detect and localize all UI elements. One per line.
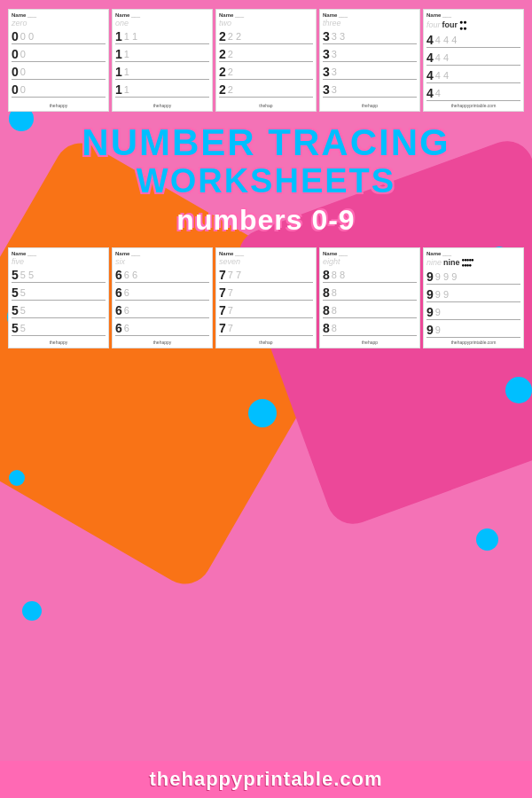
title-section: NUMBER TRACING WORKSHEETS numbers 0-9 <box>0 115 532 240</box>
ws-three-lines: 33 3 33 33 33 <box>323 29 417 101</box>
top-worksheets-strip: Name ___ zero 00 0 00 00 00 thehappy Nam… <box>4 5 528 115</box>
footer-bar: thehappyprintable.com <box>0 761 532 798</box>
ws-three-footer: thehapp <box>323 103 417 108</box>
ws-four-dots: ●●●● <box>459 19 466 31</box>
ws-one-word: one <box>115 19 209 27</box>
ws-five-word: five <box>12 257 106 266</box>
ws-eight-footer: thehapp <box>323 340 417 345</box>
ws-six-name: Name ___ <box>115 251 209 256</box>
sub-title: numbers 0-9 <box>176 204 355 237</box>
ws-four-lines: 44 4 4 44 4 44 4 44 <box>426 33 520 101</box>
ws-one-footer: thehappy <box>115 103 209 108</box>
ws-zero-lines: 00 0 00 00 00 <box>12 29 106 101</box>
ws-zero-footer: thehappy <box>12 103 106 108</box>
worksheet-zero: Name ___ zero 00 0 00 00 00 thehappy <box>8 9 109 112</box>
worksheet-five: Name ___ five 55 5 55 55 55 thehappy <box>8 247 109 348</box>
ws-three-word: three <box>323 19 417 27</box>
main-content: Name ___ zero 00 0 00 00 00 thehappy Nam… <box>0 0 532 798</box>
worksheet-seven: Name ___ seven 77 7 77 77 77 thehap <box>215 247 317 348</box>
worksheet-three: Name ___ three 33 3 33 33 33 thehapp <box>319 9 420 112</box>
ws-nine-name: Name ___ <box>426 251 520 256</box>
ws-one-name: Name ___ <box>115 12 209 18</box>
worksheet-nine: Name ___ nine nine ●●●●●●●●● 99 9 9 99 9… <box>423 247 524 348</box>
ws-nine-word-dark: nine <box>443 258 460 267</box>
ws-nine-footer: thehappyprintable.com <box>426 340 520 345</box>
ws-eight-lines: 88 8 88 88 88 <box>323 268 417 338</box>
ws-four-word-light: four <box>426 20 441 29</box>
ws-four-footer: thehappyprintable.com <box>426 103 520 108</box>
ws-four-word-dark: four <box>442 20 458 29</box>
ws-eight-name: Name ___ <box>323 251 417 256</box>
ws-five-name: Name ___ <box>12 251 106 256</box>
main-title-line1: NUMBER TRACING <box>82 122 450 163</box>
ws-one-lines: 11 1 11 11 11 <box>115 29 209 101</box>
ws-six-footer: thehappy <box>115 340 209 345</box>
main-title-line2: WORKSHEETS <box>137 163 395 200</box>
ws-six-word: six <box>115 257 209 266</box>
worksheet-one: Name ___ one 11 1 11 11 11 thehappy <box>112 9 213 112</box>
ws-zero-word: zero <box>12 19 106 27</box>
ws-nine-word-light: nine <box>426 258 442 267</box>
ws-six-lines: 66 6 66 66 66 <box>115 268 209 338</box>
ws-five-lines: 55 5 55 55 55 <box>12 268 106 338</box>
ws-five-footer: thehappy <box>12 340 106 345</box>
ws-seven-word: seven <box>219 257 313 266</box>
worksheet-eight: Name ___ eight 88 8 88 88 88 thehapp <box>319 247 420 348</box>
ws-seven-lines: 77 7 77 77 77 <box>219 268 313 338</box>
footer-text: thehappyprintable.com <box>149 768 382 790</box>
ws-two-footer: thehap <box>219 103 313 108</box>
worksheet-six: Name ___ six 66 6 66 66 66 thehappy <box>112 247 213 348</box>
worksheet-four: Name ___ four four ●●●● 44 4 4 44 4 44 4… <box>423 9 524 112</box>
ws-two-lines: 22 2 22 22 22 <box>219 29 313 101</box>
ws-zero-name: Name ___ <box>12 12 106 18</box>
ws-seven-footer: thehap <box>219 340 313 345</box>
ws-two-word: two <box>219 19 313 27</box>
ws-two-name: Name ___ <box>219 12 313 18</box>
ws-nine-lines: 99 9 9 99 9 99 99 <box>426 270 520 338</box>
ws-eight-word: eight <box>323 257 417 266</box>
ws-four-name: Name ___ <box>426 12 520 18</box>
ws-nine-dots: ●●●●●●●●● <box>462 257 473 268</box>
ws-three-name: Name ___ <box>323 12 417 18</box>
worksheet-two: Name ___ two 22 2 22 22 22 thehap <box>215 9 317 112</box>
ws-seven-name: Name ___ <box>219 251 313 256</box>
bottom-worksheets-strip: Name ___ five 55 5 55 55 55 thehappy Nam… <box>4 244 528 352</box>
